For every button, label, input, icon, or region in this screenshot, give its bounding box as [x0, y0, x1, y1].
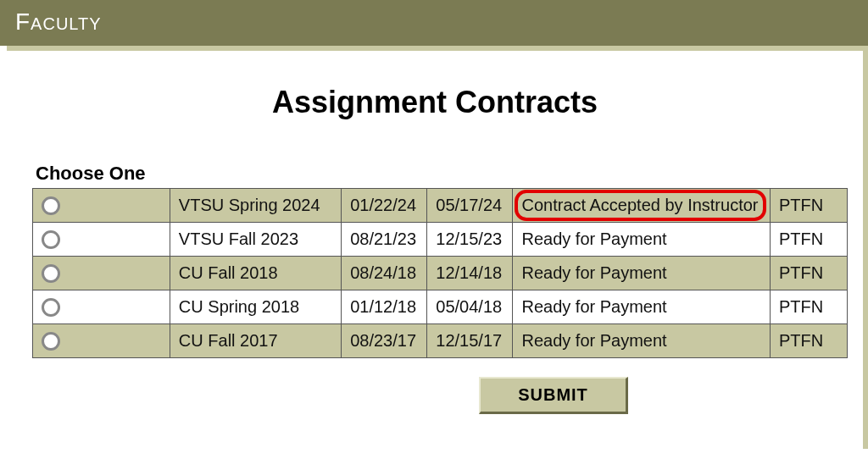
table-row: VTSU Spring 202401/22/2405/17/24Contract… [33, 189, 848, 223]
status-text: Ready for Payment [521, 263, 666, 282]
start-date-cell: 01/12/18 [342, 290, 427, 324]
radio-cell [33, 324, 170, 358]
radio-cell [33, 189, 170, 223]
start-date-cell: 08/24/18 [342, 257, 427, 290]
end-date-cell: 12/15/17 [427, 324, 513, 358]
contract-radio[interactable] [42, 196, 60, 215]
end-date-cell: 12/15/23 [427, 223, 513, 257]
code-cell: PTFN [770, 189, 847, 223]
table-row: CU Fall 201708/23/1712/15/17Ready for Pa… [33, 324, 848, 358]
submit-button[interactable]: SUBMIT [479, 377, 628, 414]
submit-row: SUBMIT [32, 377, 837, 414]
code-cell: PTFN [770, 257, 847, 290]
term-cell: CU Fall 2018 [170, 257, 341, 290]
status-cell: Ready for Payment [513, 257, 770, 290]
end-date-cell: 05/17/24 [427, 189, 513, 223]
code-cell: PTFN [770, 290, 847, 324]
radio-cell [33, 290, 170, 324]
status-cell: Ready for Payment [513, 324, 770, 358]
end-date-cell: 12/14/18 [427, 257, 513, 290]
contract-radio[interactable] [42, 298, 60, 317]
code-cell: PTFN [770, 223, 847, 257]
term-cell: VTSU Fall 2023 [170, 223, 341, 257]
end-date-cell: 05/04/18 [427, 290, 513, 324]
status-cell: Contract Accepted by Instructor [513, 189, 770, 223]
table-row: CU Spring 201801/12/1805/04/18Ready for … [33, 290, 848, 324]
contract-radio[interactable] [42, 264, 60, 283]
start-date-cell: 08/23/17 [342, 324, 427, 358]
term-cell: CU Spring 2018 [170, 290, 341, 324]
table-row: CU Fall 201808/24/1812/14/18Ready for Pa… [33, 257, 848, 290]
contract-radio[interactable] [42, 230, 60, 249]
status-cell: Ready for Payment [513, 223, 770, 257]
status-text: Ready for Payment [521, 297, 666, 316]
status-text: Ready for Payment [521, 331, 666, 350]
contracts-table: VTSU Spring 202401/22/2405/17/24Contract… [32, 188, 848, 358]
radio-cell [33, 223, 170, 257]
start-date-cell: 08/21/23 [342, 223, 427, 257]
status-text: Ready for Payment [521, 229, 666, 248]
table-row: VTSU Fall 202308/21/2312/15/23Ready for … [33, 223, 848, 257]
term-cell: CU Fall 2017 [170, 324, 341, 358]
code-cell: PTFN [770, 324, 847, 358]
term-cell: VTSU Spring 2024 [170, 189, 341, 223]
choose-one-label: Choose One [36, 163, 837, 185]
contract-radio[interactable] [42, 332, 60, 351]
status-cell: Ready for Payment [513, 290, 770, 324]
radio-cell [33, 257, 170, 290]
start-date-cell: 01/22/24 [342, 189, 427, 223]
outer-frame: Assignment Contracts Choose One VTSU Spr… [7, 46, 868, 449]
header-title: Faculty [15, 8, 102, 35]
content-panel: Assignment Contracts Choose One VTSU Spr… [7, 51, 863, 449]
page-title: Assignment Contracts [32, 85, 837, 120]
faculty-header: Faculty [0, 0, 868, 46]
status-text: Contract Accepted by Instructor [521, 196, 758, 214]
